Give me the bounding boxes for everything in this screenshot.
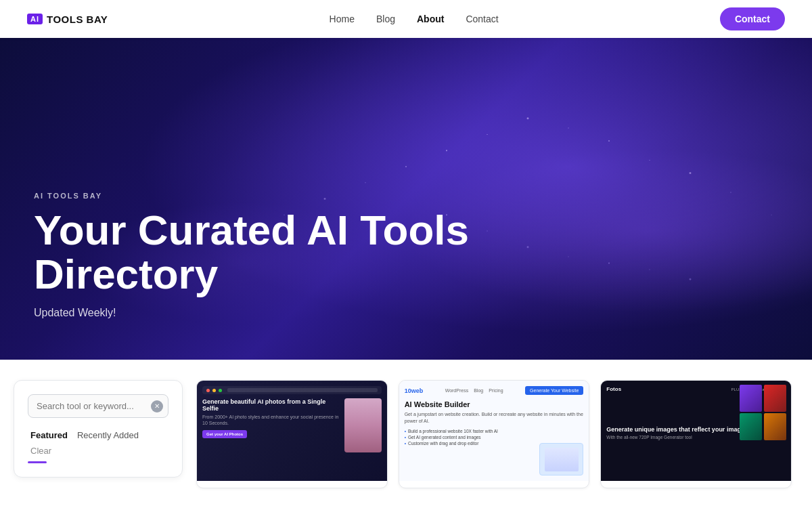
filter-clear[interactable]: Clear (30, 446, 51, 456)
filter-featured[interactable]: Featured (28, 429, 70, 442)
hero-subtitle: Updated Weekly! (34, 307, 541, 319)
card3-image-grid (740, 385, 787, 440)
search-box: ✕ (28, 394, 168, 418)
nav-about[interactable]: About (417, 14, 444, 24)
card2-nav: WordPress Blog Pricing (445, 388, 503, 393)
nav-links: Home Blog About Contact (330, 14, 499, 24)
dot-red (206, 389, 210, 392)
card2-nav-blog: Blog (474, 388, 483, 393)
card3-img-4 (764, 413, 786, 440)
card2-nav-pricing: Pricing (489, 388, 503, 393)
filter-tabs: Featured Recently Added Clear (28, 429, 168, 456)
hero-section: AI TOOLS BAY Your Curated AI Tools Direc… (0, 38, 812, 360)
search-input[interactable] (28, 394, 168, 418)
card2-inner: 10web WordPress Blog Pricing Generate Yo… (399, 381, 589, 481)
navbar: AI TOOLS BAY Home Blog About Contact Con… (0, 0, 812, 38)
sidebar: ✕ Featured Recently Added Clear (14, 380, 183, 478)
tools-grid: Generate beautiful AI photos from a Sing… (196, 380, 792, 488)
bullet-icon-1: • (405, 429, 406, 433)
card2-bullet-1-text: Build a professional website 10X faster … (408, 429, 498, 433)
card2-description: Get a jumpstart on website creation. Bui… (405, 411, 584, 425)
nav-home[interactable]: Home (330, 14, 355, 24)
tool-card-3[interactable]: Fotos PLUS AI Generator Pricing (600, 380, 792, 488)
card2-cta: Generate Your Website (525, 386, 583, 395)
card2-bullet-1: • Build a professional website 10X faste… (405, 429, 584, 433)
card1-text: Generate beautiful AI photos from a Sing… (202, 398, 340, 475)
card1-cta: Get your AI Photos (202, 430, 247, 438)
card1-photo (344, 398, 382, 452)
dot-green (219, 389, 222, 392)
card2-hero: AI Website Builder Get a jumpstart on we… (405, 400, 584, 446)
card2-logo: 10web (405, 387, 424, 394)
nav-contact[interactable]: Contact (466, 14, 498, 24)
bullet-icon-3: • (405, 441, 406, 446)
logo-ai-badge: AI (27, 14, 43, 24)
hero-content: AI TOOLS BAY Your Curated AI Tools Direc… (34, 192, 541, 319)
hero-eyebrow: AI TOOLS BAY (34, 192, 541, 200)
tool-card-2-screenshot: 10web WordPress Blog Pricing Generate Yo… (399, 381, 589, 481)
card3-img-3 (740, 413, 762, 440)
card2-bullet-2: • Get AI generated content and images (405, 435, 584, 440)
hero-title: Your Curated AI Tools Directory (34, 208, 541, 296)
card2-nav-wp: WordPress (445, 388, 469, 393)
search-clear-icon[interactable]: ✕ (151, 400, 163, 412)
tool-card-1-screenshot: Generate beautiful AI photos from a Sing… (197, 381, 387, 481)
card1-subtitle: From 2000+ AI photo styles and enhance y… (202, 414, 340, 426)
card2-bullet-3-text: Customize with drag and drop editor (408, 441, 478, 446)
card3-logo: Fotos (606, 386, 621, 392)
tool-card-2[interactable]: 10web WordPress Blog Pricing Generate Yo… (399, 380, 590, 488)
contact-button[interactable]: Contact (720, 7, 785, 30)
url-bar (227, 388, 378, 392)
card2-bullet-2-text: Get AI generated content and images (408, 435, 481, 440)
dot-yellow (212, 389, 216, 392)
logo-name: TOOLS BAY (47, 14, 108, 25)
content-section: ✕ Featured Recently Added Clear Generate (0, 360, 812, 508)
browser-thumb (545, 448, 579, 471)
tool-card-1[interactable]: Generate beautiful AI photos from a Sing… (196, 380, 388, 488)
card3-img-1 (740, 385, 762, 412)
tool-card-3-screenshot: Fotos PLUS AI Generator Pricing (601, 381, 791, 481)
logo[interactable]: AI TOOLS BAY (27, 14, 108, 25)
card1-content: Generate beautiful AI photos from a Sing… (202, 398, 382, 475)
card1-title: Generate beautiful AI photos from a Sing… (202, 398, 340, 412)
card1-topbar (202, 386, 382, 394)
active-filter-indicator (28, 461, 47, 463)
card2-header: 10web WordPress Blog Pricing Generate Yo… (405, 386, 584, 395)
card2-browser-preview (539, 443, 583, 475)
bullet-icon-2: • (405, 435, 406, 440)
card2-title: AI Website Builder (405, 400, 584, 408)
card3-img-2 (764, 385, 786, 412)
nav-blog[interactable]: Blog (376, 14, 395, 24)
filter-recently-added[interactable]: Recently Added (74, 429, 141, 442)
card3-inner: Fotos PLUS AI Generator Pricing (601, 381, 791, 481)
